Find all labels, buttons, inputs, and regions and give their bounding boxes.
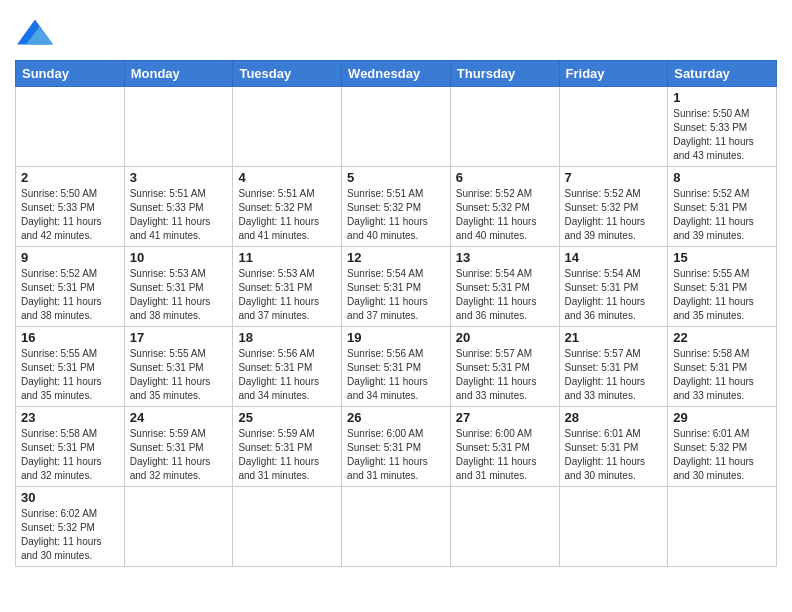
day-number: 27 (456, 410, 554, 425)
day-info: Sunrise: 5:51 AM Sunset: 5:32 PM Dayligh… (347, 187, 445, 243)
calendar-cell: 30Sunrise: 6:02 AM Sunset: 5:32 PM Dayli… (16, 487, 125, 567)
calendar-cell (668, 487, 777, 567)
day-header-thursday: Thursday (450, 61, 559, 87)
calendar-cell: 4Sunrise: 5:51 AM Sunset: 5:32 PM Daylig… (233, 167, 342, 247)
day-info: Sunrise: 5:54 AM Sunset: 5:31 PM Dayligh… (347, 267, 445, 323)
calendar-cell (450, 87, 559, 167)
week-row-3: 16Sunrise: 5:55 AM Sunset: 5:31 PM Dayli… (16, 327, 777, 407)
day-info: Sunrise: 6:00 AM Sunset: 5:31 PM Dayligh… (347, 427, 445, 483)
calendar-cell: 7Sunrise: 5:52 AM Sunset: 5:32 PM Daylig… (559, 167, 668, 247)
day-info: Sunrise: 5:55 AM Sunset: 5:31 PM Dayligh… (673, 267, 771, 323)
calendar-cell: 1Sunrise: 5:50 AM Sunset: 5:33 PM Daylig… (668, 87, 777, 167)
day-info: Sunrise: 5:52 AM Sunset: 5:32 PM Dayligh… (456, 187, 554, 243)
calendar-cell: 6Sunrise: 5:52 AM Sunset: 5:32 PM Daylig… (450, 167, 559, 247)
day-info: Sunrise: 5:54 AM Sunset: 5:31 PM Dayligh… (456, 267, 554, 323)
day-number: 13 (456, 250, 554, 265)
day-number: 29 (673, 410, 771, 425)
day-header-wednesday: Wednesday (342, 61, 451, 87)
calendar-cell: 3Sunrise: 5:51 AM Sunset: 5:33 PM Daylig… (124, 167, 233, 247)
day-info: Sunrise: 5:53 AM Sunset: 5:31 PM Dayligh… (238, 267, 336, 323)
header (15, 10, 777, 54)
calendar-cell (559, 87, 668, 167)
day-number: 6 (456, 170, 554, 185)
header-row: SundayMondayTuesdayWednesdayThursdayFrid… (16, 61, 777, 87)
week-row-4: 23Sunrise: 5:58 AM Sunset: 5:31 PM Dayli… (16, 407, 777, 487)
day-info: Sunrise: 5:57 AM Sunset: 5:31 PM Dayligh… (456, 347, 554, 403)
day-header-sunday: Sunday (16, 61, 125, 87)
calendar-cell: 9Sunrise: 5:52 AM Sunset: 5:31 PM Daylig… (16, 247, 125, 327)
day-info: Sunrise: 5:50 AM Sunset: 5:33 PM Dayligh… (673, 107, 771, 163)
day-number: 21 (565, 330, 663, 345)
calendar-cell (233, 487, 342, 567)
calendar-cell: 10Sunrise: 5:53 AM Sunset: 5:31 PM Dayli… (124, 247, 233, 327)
day-number: 20 (456, 330, 554, 345)
calendar-cell: 21Sunrise: 5:57 AM Sunset: 5:31 PM Dayli… (559, 327, 668, 407)
day-info: Sunrise: 5:54 AM Sunset: 5:31 PM Dayligh… (565, 267, 663, 323)
calendar-cell: 22Sunrise: 5:58 AM Sunset: 5:31 PM Dayli… (668, 327, 777, 407)
calendar-cell (559, 487, 668, 567)
day-header-tuesday: Tuesday (233, 61, 342, 87)
calendar-cell: 8Sunrise: 5:52 AM Sunset: 5:31 PM Daylig… (668, 167, 777, 247)
calendar-cell: 29Sunrise: 6:01 AM Sunset: 5:32 PM Dayli… (668, 407, 777, 487)
day-info: Sunrise: 5:58 AM Sunset: 5:31 PM Dayligh… (21, 427, 119, 483)
calendar-cell: 12Sunrise: 5:54 AM Sunset: 5:31 PM Dayli… (342, 247, 451, 327)
day-number: 3 (130, 170, 228, 185)
day-number: 1 (673, 90, 771, 105)
calendar-cell: 2Sunrise: 5:50 AM Sunset: 5:33 PM Daylig… (16, 167, 125, 247)
calendar-cell (450, 487, 559, 567)
calendar-cell: 16Sunrise: 5:55 AM Sunset: 5:31 PM Dayli… (16, 327, 125, 407)
page: SundayMondayTuesdayWednesdayThursdayFrid… (0, 0, 792, 577)
calendar-cell: 18Sunrise: 5:56 AM Sunset: 5:31 PM Dayli… (233, 327, 342, 407)
calendar-cell (124, 87, 233, 167)
day-number: 5 (347, 170, 445, 185)
calendar-cell: 23Sunrise: 5:58 AM Sunset: 5:31 PM Dayli… (16, 407, 125, 487)
day-info: Sunrise: 5:52 AM Sunset: 5:32 PM Dayligh… (565, 187, 663, 243)
calendar-cell: 26Sunrise: 6:00 AM Sunset: 5:31 PM Dayli… (342, 407, 451, 487)
day-info: Sunrise: 5:56 AM Sunset: 5:31 PM Dayligh… (347, 347, 445, 403)
day-info: Sunrise: 5:56 AM Sunset: 5:31 PM Dayligh… (238, 347, 336, 403)
day-number: 23 (21, 410, 119, 425)
day-header-friday: Friday (559, 61, 668, 87)
day-number: 17 (130, 330, 228, 345)
day-number: 7 (565, 170, 663, 185)
day-info: Sunrise: 5:53 AM Sunset: 5:31 PM Dayligh… (130, 267, 228, 323)
day-info: Sunrise: 5:52 AM Sunset: 5:31 PM Dayligh… (21, 267, 119, 323)
day-number: 10 (130, 250, 228, 265)
calendar-cell: 25Sunrise: 5:59 AM Sunset: 5:31 PM Dayli… (233, 407, 342, 487)
calendar-cell (16, 87, 125, 167)
day-number: 26 (347, 410, 445, 425)
week-row-5: 30Sunrise: 6:02 AM Sunset: 5:32 PM Dayli… (16, 487, 777, 567)
day-info: Sunrise: 5:55 AM Sunset: 5:31 PM Dayligh… (21, 347, 119, 403)
day-info: Sunrise: 5:55 AM Sunset: 5:31 PM Dayligh… (130, 347, 228, 403)
day-info: Sunrise: 5:59 AM Sunset: 5:31 PM Dayligh… (238, 427, 336, 483)
week-row-2: 9Sunrise: 5:52 AM Sunset: 5:31 PM Daylig… (16, 247, 777, 327)
calendar-cell: 11Sunrise: 5:53 AM Sunset: 5:31 PM Dayli… (233, 247, 342, 327)
calendar-cell (124, 487, 233, 567)
day-number: 11 (238, 250, 336, 265)
calendar-cell: 20Sunrise: 5:57 AM Sunset: 5:31 PM Dayli… (450, 327, 559, 407)
calendar-cell: 24Sunrise: 5:59 AM Sunset: 5:31 PM Dayli… (124, 407, 233, 487)
day-number: 14 (565, 250, 663, 265)
day-info: Sunrise: 6:01 AM Sunset: 5:32 PM Dayligh… (673, 427, 771, 483)
calendar-cell (342, 87, 451, 167)
logo (15, 14, 53, 54)
calendar-cell: 19Sunrise: 5:56 AM Sunset: 5:31 PM Dayli… (342, 327, 451, 407)
day-number: 2 (21, 170, 119, 185)
day-number: 30 (21, 490, 119, 505)
calendar-cell: 14Sunrise: 5:54 AM Sunset: 5:31 PM Dayli… (559, 247, 668, 327)
day-number: 8 (673, 170, 771, 185)
day-info: Sunrise: 5:59 AM Sunset: 5:31 PM Dayligh… (130, 427, 228, 483)
day-info: Sunrise: 6:00 AM Sunset: 5:31 PM Dayligh… (456, 427, 554, 483)
calendar-cell (233, 87, 342, 167)
calendar-cell: 15Sunrise: 5:55 AM Sunset: 5:31 PM Dayli… (668, 247, 777, 327)
day-info: Sunrise: 5:52 AM Sunset: 5:31 PM Dayligh… (673, 187, 771, 243)
calendar-cell: 27Sunrise: 6:00 AM Sunset: 5:31 PM Dayli… (450, 407, 559, 487)
week-row-1: 2Sunrise: 5:50 AM Sunset: 5:33 PM Daylig… (16, 167, 777, 247)
calendar-cell: 5Sunrise: 5:51 AM Sunset: 5:32 PM Daylig… (342, 167, 451, 247)
calendar-cell: 13Sunrise: 5:54 AM Sunset: 5:31 PM Dayli… (450, 247, 559, 327)
day-info: Sunrise: 5:58 AM Sunset: 5:31 PM Dayligh… (673, 347, 771, 403)
day-number: 18 (238, 330, 336, 345)
calendar-table: SundayMondayTuesdayWednesdayThursdayFrid… (15, 60, 777, 567)
day-header-monday: Monday (124, 61, 233, 87)
week-row-0: 1Sunrise: 5:50 AM Sunset: 5:33 PM Daylig… (16, 87, 777, 167)
